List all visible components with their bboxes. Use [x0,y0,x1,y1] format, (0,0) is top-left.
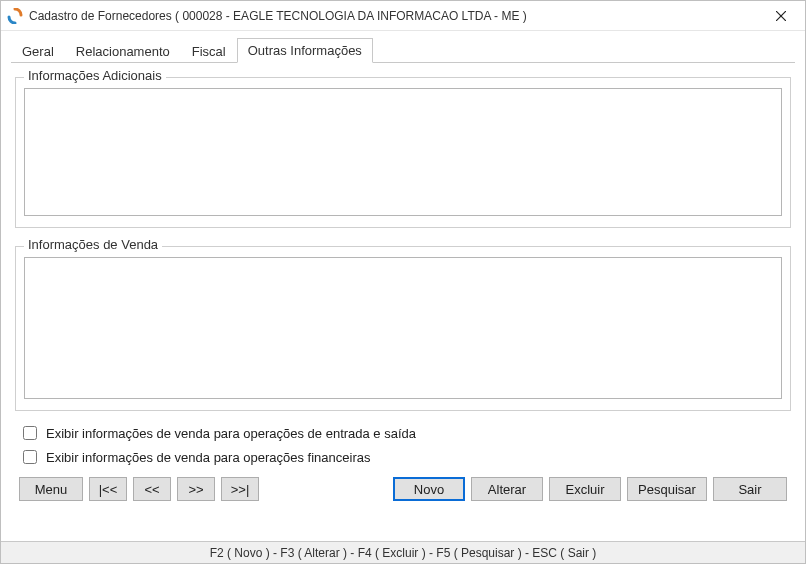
excluir-button[interactable]: Excluir [549,477,621,501]
checkbox-label-financeiras: Exibir informações de venda para operaçõ… [46,450,370,465]
button-bar: Menu |<< << >> >>| Novo Alterar Excluir … [15,469,791,511]
group-legend-venda: Informações de Venda [24,237,162,252]
group-legend-adicionais: Informações Adicionais [24,68,166,83]
nav-first-button[interactable]: |<< [89,477,127,501]
status-text: F2 ( Novo ) - F3 ( Alterar ) - F4 ( Excl… [210,546,597,560]
novo-button[interactable]: Novo [393,477,465,501]
group-informacoes-adicionais: Informações Adicionais [15,77,791,228]
title-bar: Cadastro de Fornecedores ( 000028 - EAGL… [1,1,805,31]
client-area: Geral Relacionamento Fiscal Outras Infor… [1,31,805,541]
nav-last-button[interactable]: >>| [221,477,259,501]
checkbox-entrada-saida[interactable] [23,426,37,440]
tab-body-outras: Informações Adicionais Informações de Ve… [11,63,795,541]
group-informacoes-venda: Informações de Venda [15,246,791,411]
menu-button[interactable]: Menu [19,477,83,501]
check-row-financeiras[interactable]: Exibir informações de venda para operaçõ… [15,447,791,467]
tab-geral[interactable]: Geral [11,39,65,63]
nav-prev-button[interactable]: << [133,477,171,501]
pesquisar-button[interactable]: Pesquisar [627,477,707,501]
status-bar: F2 ( Novo ) - F3 ( Alterar ) - F4 ( Excl… [1,541,805,563]
window-title: Cadastro de Fornecedores ( 000028 - EAGL… [29,9,765,23]
textarea-informacoes-venda[interactable] [24,257,782,399]
tab-relacionamento[interactable]: Relacionamento [65,39,181,63]
close-icon [776,11,786,21]
sair-button[interactable]: Sair [713,477,787,501]
nav-next-button[interactable]: >> [177,477,215,501]
tab-fiscal[interactable]: Fiscal [181,39,237,63]
checkbox-label-entrada-saida: Exibir informações de venda para operaçõ… [46,426,416,441]
tab-strip: Geral Relacionamento Fiscal Outras Infor… [11,37,795,63]
textarea-informacoes-adicionais[interactable] [24,88,782,216]
checkbox-financeiras[interactable] [23,450,37,464]
tab-outras-informacoes[interactable]: Outras Informações [237,38,373,63]
alterar-button[interactable]: Alterar [471,477,543,501]
check-row-entrada-saida[interactable]: Exibir informações de venda para operaçõ… [15,423,791,443]
close-button[interactable] [765,2,797,30]
app-icon [7,8,23,24]
